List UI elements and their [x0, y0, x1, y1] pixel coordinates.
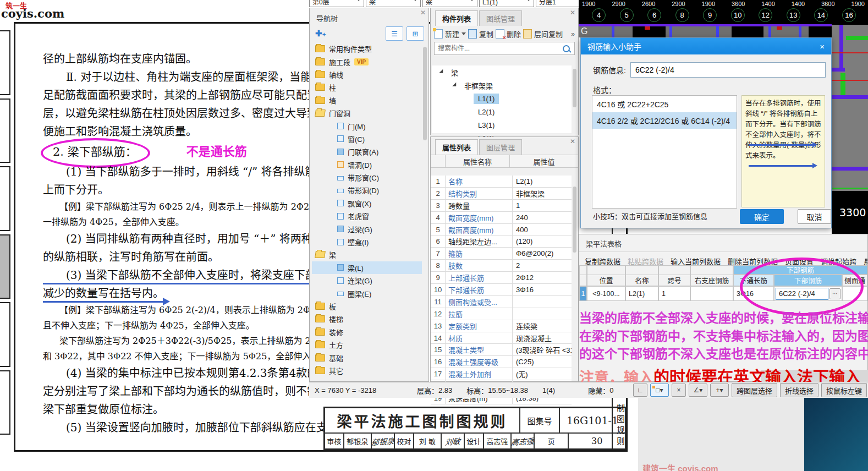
layer-copy-icon — [523, 29, 532, 39]
close-icon[interactable]: ✕ — [570, 138, 575, 145]
combo-select[interactable]: 梁 — [366, 0, 421, 7]
component-tree-item[interactable]: L2(1) — [432, 105, 572, 118]
property-value[interactable]: 非框架梁 — [513, 188, 572, 199]
list-view-icon[interactable]: ☰ — [386, 26, 403, 41]
property-value[interactable]: 连续梁 — [513, 321, 572, 331]
nav-tree-item[interactable]: 梁 — [312, 248, 422, 261]
select-box-icon[interactable]: □▾ — [650, 384, 669, 397]
nav-tree-item[interactable]: 门窗洞 — [312, 107, 422, 119]
property-value[interactable]: Φ6@200(2) — [513, 249, 572, 258]
nav-tree-item[interactable]: 窗(C) — [312, 133, 422, 145]
search-input[interactable] — [435, 45, 563, 52]
property-value[interactable]: 现浇混凝土 — [513, 333, 572, 343]
property-value[interactable]: (3现浇砼 碎石 <31.5... — [513, 344, 572, 355]
tab-drawing-manage[interactable]: 图纸管理 — [479, 10, 522, 26]
cell-position[interactable]: <9-100... — [587, 286, 625, 301]
cad-dimension: 3600 — [732, 1, 745, 7]
nav-tree-item[interactable]: 土方 — [312, 338, 422, 351]
nav-tree-item[interactable]: 过梁(G) — [312, 222, 422, 235]
nav-tree-item[interactable]: 墙 — [312, 94, 422, 107]
tab-layer-manage[interactable]: 图层管理 — [479, 139, 522, 155]
nav-tree-item[interactable]: 楼梯 — [312, 313, 422, 325]
cancel-button[interactable]: 取消 — [798, 209, 831, 224]
cell-right-support[interactable] — [690, 286, 733, 301]
property-value[interactable]: 240 — [513, 213, 572, 222]
mouse-left-button[interactable]: 按鼠标左键 — [821, 383, 867, 397]
property-value[interactable]: 2 — [513, 261, 572, 270]
combo-select[interactable]: 梁 — [422, 0, 477, 7]
cell-side[interactable] — [842, 286, 867, 301]
panel-view-icon[interactable]: ⊞ — [406, 26, 424, 41]
close-icon[interactable]: ✕ — [420, 9, 426, 16]
nav-tree-item[interactable]: 板 — [312, 300, 422, 313]
property-value[interactable]: (120) — [513, 237, 572, 245]
nav-tree-item[interactable]: 带形窗(C) — [312, 171, 422, 184]
chevron-down-icon[interactable] — [462, 32, 466, 37]
nav-tree-item[interactable]: 门(M) — [312, 119, 422, 132]
dialog-titlebar[interactable]: 钢筋输入小助手 × — [581, 38, 831, 54]
nav-tree-item[interactable]: 门联窗(A) — [312, 145, 422, 158]
nav-tree-item[interactable]: 轴线 — [312, 68, 422, 81]
property-value[interactable]: 1 — [513, 201, 572, 210]
nav-tree-item[interactable]: 墙洞(D) — [312, 158, 422, 171]
combo-select[interactable]: L1(1) — [479, 0, 534, 7]
property-value[interactable]: L2(1) — [513, 177, 572, 185]
ok-button[interactable]: 确定 — [740, 209, 784, 224]
combo-select[interactable]: 第0层 — [309, 0, 364, 7]
format-option[interactable]: 4C16 或 2C22+2C25 — [592, 96, 737, 112]
expand-caret-icon[interactable] — [439, 69, 445, 75]
component-tree-item[interactable]: L1(1) — [432, 92, 572, 105]
property-value[interactable]: (无) — [513, 369, 572, 379]
property-value[interactable]: (C25) — [513, 358, 572, 366]
delete-button[interactable]: 删除 — [507, 29, 521, 39]
tab-component-list[interactable]: 构件列表 — [435, 10, 478, 26]
bottom-rebar-input[interactable]: 6C22 (-2)/4 — [776, 288, 828, 300]
nav-tree-item[interactable]: 飘窗(X) — [312, 197, 422, 210]
component-scrollbar[interactable] — [573, 69, 576, 107]
ellipsis-button[interactable]: ⋯ — [829, 288, 840, 299]
nav-tree-item[interactable]: 梁(L) — [312, 261, 422, 274]
cell-bottom-through[interactable]: 3Φ16 — [733, 286, 774, 301]
nav-tree-item[interactable]: 常用构件类型 — [312, 42, 422, 55]
component-tree-item[interactable]: 梁 — [432, 65, 572, 79]
nav-scrollbar[interactable] — [423, 47, 427, 140]
measure-icon[interactable]: +▾ — [710, 384, 729, 397]
nav-tree-item[interactable]: 圈梁(E) — [312, 287, 422, 299]
cross-layer-select-button[interactable]: 跨图层选择 — [732, 383, 777, 397]
cad-canvas-right[interactable]: 3300 — [832, 25, 868, 237]
copy-button[interactable]: 复制 — [479, 29, 493, 39]
angle-icon[interactable]: ∠▾ — [689, 384, 707, 397]
ortho-icon[interactable]: ∟ — [633, 384, 647, 397]
row-number[interactable]: 1 — [579, 286, 587, 301]
nav-tree-item[interactable]: 带形洞(D) — [312, 184, 422, 196]
nav-tree-item[interactable]: 老虎窗 — [312, 210, 422, 222]
layer-copy-button[interactable]: 层间复制 — [534, 29, 563, 39]
tab-property-list[interactable]: 属性列表 — [435, 139, 478, 155]
nav-tree-item[interactable]: 其它 — [312, 364, 422, 377]
search-icon[interactable] — [563, 45, 570, 52]
component-tree-item[interactable]: L3(1) — [432, 118, 572, 132]
cell-span-no[interactable]: 1 — [658, 286, 690, 301]
cross-icon[interactable]: × — [672, 384, 686, 397]
property-value[interactable]: 3Φ16 — [513, 286, 572, 294]
nav-tree-item[interactable]: 施工段 VIP — [312, 55, 422, 68]
nav-tree-item[interactable]: 连梁(G) — [312, 274, 422, 287]
nav-tree-item[interactable]: 壁龛(I) — [312, 236, 422, 248]
property-value[interactable]: 2Φ12 — [513, 273, 572, 282]
more-icon[interactable]: » — [571, 30, 575, 38]
nav-tree-item[interactable]: 柱 — [312, 81, 422, 94]
property-value[interactable]: 400 — [513, 226, 572, 234]
close-icon[interactable]: × — [820, 42, 825, 51]
format-option[interactable]: 4C16 2/2 或 2C12/2C16 或 6C14 (-2)/4 — [592, 112, 737, 129]
properties-scrollbar[interactable] — [573, 187, 576, 253]
polyline-select-button[interactable]: 折线选择 — [780, 383, 818, 397]
rebar-info-input[interactable] — [630, 62, 826, 78]
component-tree-item[interactable]: 非框架梁 — [432, 79, 572, 92]
new-button[interactable]: 新建 — [445, 29, 459, 39]
cell-name[interactable]: L2(1) — [625, 286, 658, 301]
nav-tree-item[interactable]: 装修 — [312, 326, 422, 338]
close-icon[interactable]: ✕ — [570, 9, 575, 16]
favorite-icon[interactable]: ✚✦ — [315, 29, 326, 39]
expand-caret-icon[interactable] — [452, 83, 458, 89]
nav-tree-item[interactable]: 基础 — [312, 351, 422, 364]
